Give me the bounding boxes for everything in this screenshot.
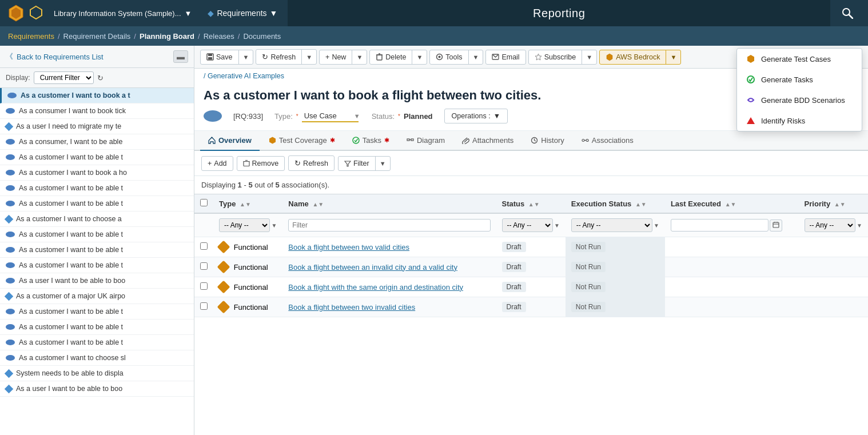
subscribe-split-button[interactable]: Subscribe ▼ — [528, 50, 597, 65]
delete-button-main[interactable]: Delete — [370, 50, 412, 64]
last-exec-sort[interactable]: ▲▼ — [725, 201, 736, 207]
priority-sort[interactable]: ▲▼ — [834, 201, 846, 207]
sidebar-item-19[interactable]: As a user I want to be able to boo — [0, 381, 194, 397]
type-sort[interactable]: ▲▼ — [240, 201, 251, 207]
priority-filter-select[interactable]: -- Any -- — [805, 218, 855, 232]
filter-select[interactable]: Current Filter All Items — [34, 71, 94, 84]
breadcrumb-requirement-details[interactable]: Requirement Details — [63, 32, 131, 41]
email-button[interactable]: Email — [485, 50, 525, 65]
status-column-header[interactable]: Status ▲▼ — [496, 194, 566, 214]
exec-filter-select[interactable]: -- Any -- — [571, 218, 652, 232]
priority-column-header[interactable]: Priority ▲▼ — [799, 194, 868, 214]
new-dropdown-arrow[interactable]: ▼ — [352, 51, 367, 63]
add-button[interactable]: + Add — [201, 156, 233, 171]
select-all-checkbox[interactable] — [200, 199, 208, 206]
new-split-button[interactable]: + New ▼ — [319, 50, 367, 65]
refresh-dropdown-arrow[interactable]: ▼ — [302, 51, 316, 63]
new-button-main[interactable]: + New — [320, 50, 352, 64]
sidebar-refresh-icon[interactable]: ↻ — [97, 74, 103, 82]
logo-icon[interactable] — [6, 3, 26, 23]
sidebar-item-7[interactable]: As a customer I want to be able t — [0, 196, 194, 211]
exec-sort[interactable]: ▲▼ — [635, 201, 647, 207]
sidebar-item-11[interactable]: As a customer I want to be able t — [0, 258, 194, 273]
exec-status-column-header[interactable]: Execution Status ▲▼ — [566, 194, 665, 214]
search-button[interactable] — [833, 5, 862, 21]
generative-ai-link[interactable]: / Generative AI Examples — [204, 72, 284, 80]
breadcrumb-requirements[interactable]: Requirements — [8, 32, 54, 41]
sidebar-item-9[interactable]: As a customer I want to be able t — [0, 227, 194, 242]
tools-split-button[interactable]: Tools ▼ — [429, 50, 483, 65]
assoc-refresh-button[interactable]: ↻ Refresh — [288, 155, 335, 171]
sidebar-item-1[interactable]: As a consumer I want to book tick — [0, 103, 194, 119]
last-exec-filter-input[interactable] — [671, 219, 769, 232]
last-exec-calendar-button[interactable] — [770, 220, 782, 232]
name-sort[interactable]: ▲▼ — [312, 201, 324, 207]
aws-button-main[interactable]: AWS Bedrock — [600, 50, 666, 64]
subscribe-dropdown-arrow[interactable]: ▼ — [582, 51, 596, 63]
sidebar-item-10[interactable]: As a customer I want to be able t — [0, 242, 194, 258]
type-filter-select[interactable]: -- Any -- — [219, 218, 270, 232]
sidebar-item-15[interactable]: As a customer I want to be able t — [0, 320, 194, 335]
sidebar-item-8[interactable]: As a customer I want to choose a — [0, 211, 194, 227]
last-executed-column-header[interactable]: Last Executed ▲▼ — [665, 194, 799, 214]
tab-test-coverage[interactable]: Test Coverage ✱ — [261, 131, 343, 151]
sidebar-item-0[interactable]: As a customer I want to book a t — [0, 88, 194, 103]
filter-dropdown-arrow[interactable]: ▼ — [376, 157, 390, 170]
sidebar-item-5[interactable]: As a customer I want to book a ho — [0, 165, 194, 181]
requirements-nav[interactable]: ◆ Requirements ▼ — [200, 6, 285, 20]
tab-attachments[interactable]: Attachments — [454, 131, 521, 151]
name-column-header[interactable]: Name ▲▼ — [282, 194, 496, 214]
aws-dropdown-arrow[interactable]: ▼ — [666, 51, 680, 63]
breadcrumb-documents[interactable]: Documents — [243, 32, 281, 41]
sidebar-item-3[interactable]: As a consumer, I want to be able — [0, 134, 194, 150]
delete-split-button[interactable]: Delete ▼ — [369, 50, 427, 65]
status-filter-select[interactable]: -- Any -- — [502, 218, 553, 232]
sidebar-item-2[interactable]: As a user I need to migrate my te — [0, 119, 194, 134]
app-selector[interactable]: Library Information System (Sample)... ▼ — [48, 7, 197, 20]
back-to-requirements-button[interactable]: 《 Back to Requirements List — [6, 51, 103, 62]
test-name-link-3[interactable]: Book a flight between two invalid cities — [288, 303, 415, 312]
generate-test-cases-item[interactable]: Generate Test Cases — [737, 49, 862, 69]
save-dropdown-arrow[interactable]: ▼ — [239, 51, 253, 63]
identify-risks-item[interactable]: Identify Risks — [737, 110, 862, 131]
reporting-nav[interactable]: Reporting — [288, 0, 830, 26]
sidebar-item-12[interactable]: As a user I want to be able to boo — [0, 273, 194, 289]
tab-tasks[interactable]: Tasks ✱ — [344, 131, 397, 151]
aws-bedrock-split-button[interactable]: AWS Bedrock ▼ — [599, 50, 681, 65]
breadcrumb-planning-board[interactable]: Planning Board — [140, 32, 194, 41]
remove-button[interactable]: Remove — [237, 156, 285, 171]
tab-diagram[interactable]: Diagram — [399, 131, 453, 151]
save-button-main[interactable]: Save — [201, 50, 239, 64]
sidebar-collapse-button[interactable]: ▬ — [173, 50, 188, 63]
sidebar-item-16[interactable]: As a customer I want to be able t — [0, 335, 194, 350]
status-sort[interactable]: ▲▼ — [528, 201, 540, 207]
tab-overview[interactable]: Overview — [200, 131, 260, 151]
breadcrumb-releases[interactable]: Releases — [204, 32, 234, 41]
test-name-link-1[interactable]: Book a flight between an invalid city an… — [288, 263, 457, 272]
generate-tasks-item[interactable]: Generate Tasks — [737, 69, 862, 90]
tab-history[interactable]: History — [523, 131, 572, 151]
sidebar-item-6[interactable]: As a customer I want to be able t — [0, 181, 194, 196]
test-name-link-0[interactable]: Book a flight between two valid cities — [288, 243, 409, 252]
save-split-button[interactable]: Save ▼ — [200, 50, 253, 65]
tools-dropdown-arrow[interactable]: ▼ — [469, 51, 483, 63]
type-select[interactable]: Use Case Requirement — [302, 110, 359, 122]
subscribe-button-main[interactable]: Subscribe — [529, 50, 583, 64]
type-column-header[interactable]: Type ▲▼ — [213, 194, 282, 214]
test-name-link-2[interactable]: Book a flight with the same origin and d… — [288, 283, 463, 292]
refresh-split-button[interactable]: ↻ Refresh ▼ — [256, 49, 317, 65]
filter-button-main[interactable]: Filter — [339, 157, 376, 170]
sidebar-item-14[interactable]: As a customer I want to be able t — [0, 304, 194, 320]
sidebar-item-18[interactable]: System needs to be able to displa — [0, 366, 194, 381]
row-checkbox-2[interactable] — [200, 282, 208, 290]
generate-bdd-item[interactable]: Generate BDD Scenarios — [737, 90, 862, 110]
tools-button-main[interactable]: Tools — [430, 50, 468, 64]
refresh-button-main[interactable]: ↻ Refresh — [256, 50, 302, 64]
sidebar-item-13[interactable]: As a customer of a major UK airpo — [0, 289, 194, 304]
row-checkbox-0[interactable] — [200, 242, 208, 250]
name-filter-input[interactable] — [288, 219, 490, 232]
operations-button[interactable]: Operations : ▼ — [444, 109, 508, 123]
filter-split-button[interactable]: Filter ▼ — [338, 156, 391, 171]
row-checkbox-3[interactable] — [200, 302, 208, 310]
row-checkbox-1[interactable] — [200, 262, 208, 270]
